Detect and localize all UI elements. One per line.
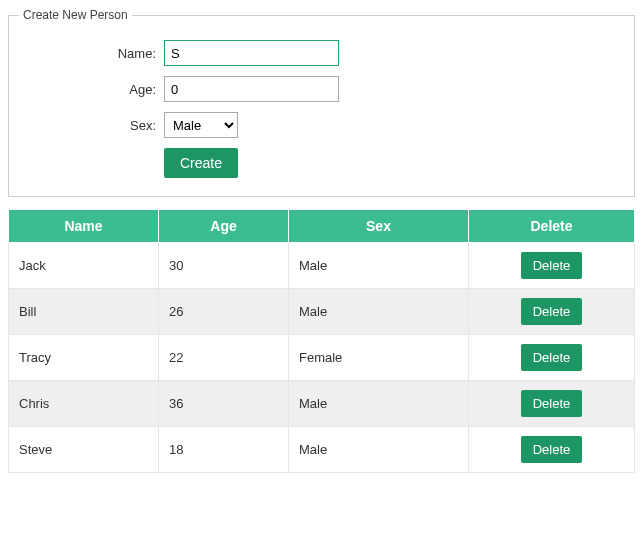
cell-sex: Male [289,243,469,289]
delete-button[interactable]: Delete [521,390,583,417]
cell-age: 26 [159,289,289,335]
table-row: Tracy22FemaleDelete [9,335,635,381]
col-header-age: Age [159,210,289,243]
fieldset-legend: Create New Person [19,8,132,22]
age-label: Age: [19,82,164,97]
cell-delete: Delete [469,243,635,289]
people-table: Name Age Sex Delete Jack30MaleDeleteBill… [8,209,635,473]
delete-button[interactable]: Delete [521,252,583,279]
cell-age: 36 [159,381,289,427]
cell-name: Bill [9,289,159,335]
cell-age: 30 [159,243,289,289]
cell-delete: Delete [469,381,635,427]
table-row: Chris36MaleDelete [9,381,635,427]
cell-name: Jack [9,243,159,289]
cell-sex: Female [289,335,469,381]
cell-age: 22 [159,335,289,381]
sex-label: Sex: [19,118,164,133]
cell-delete: Delete [469,335,635,381]
delete-button[interactable]: Delete [521,298,583,325]
table-row: Bill26MaleDelete [9,289,635,335]
cell-name: Steve [9,427,159,473]
name-input[interactable] [164,40,339,66]
table-row: Steve18MaleDelete [9,427,635,473]
delete-button[interactable]: Delete [521,344,583,371]
cell-name: Chris [9,381,159,427]
cell-sex: Male [289,289,469,335]
name-label: Name: [19,46,164,61]
create-person-fieldset: Create New Person Name: Age: Sex: MaleFe… [8,8,635,197]
col-header-sex: Sex [289,210,469,243]
table-row: Jack30MaleDelete [9,243,635,289]
cell-sex: Male [289,381,469,427]
cell-age: 18 [159,427,289,473]
sex-select[interactable]: MaleFemale [164,112,238,138]
cell-delete: Delete [469,289,635,335]
delete-button[interactable]: Delete [521,436,583,463]
age-input[interactable] [164,76,339,102]
col-header-delete: Delete [469,210,635,243]
cell-name: Tracy [9,335,159,381]
cell-delete: Delete [469,427,635,473]
cell-sex: Male [289,427,469,473]
create-button[interactable]: Create [164,148,238,178]
col-header-name: Name [9,210,159,243]
